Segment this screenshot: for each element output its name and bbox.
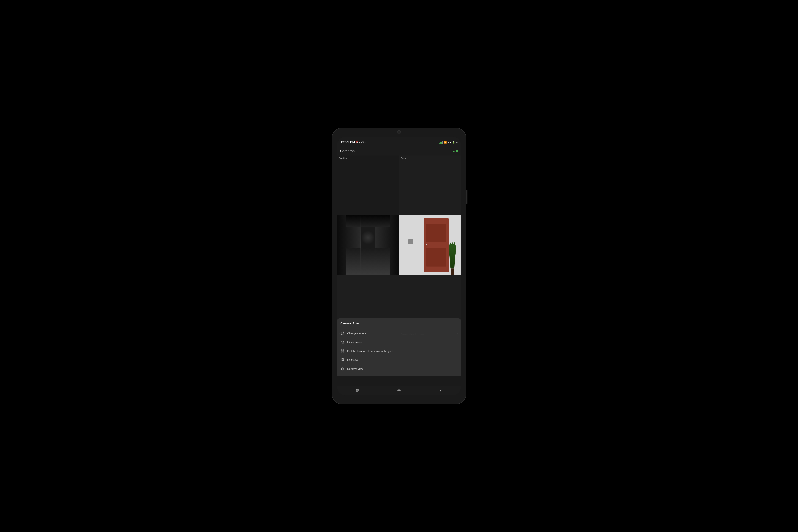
nav-home-button[interactable] <box>395 387 403 394</box>
header-signal-bar-3 <box>456 150 457 152</box>
remove-view-label: Remove view <box>347 367 363 370</box>
signal-bar-3 <box>441 142 442 144</box>
menu-item-left-remove: Remove view <box>341 367 363 370</box>
nav-bar <box>337 386 461 396</box>
feed-face <box>399 155 461 215</box>
door-panel-top <box>426 224 446 242</box>
menu-item-edit-view[interactable]: Edit view › <box>337 355 461 364</box>
feed-corridor <box>337 155 399 215</box>
change-camera-label: Change camera <box>347 332 366 335</box>
app-header: Cameras <box>337 146 461 155</box>
camera-label-face: Face <box>401 157 406 159</box>
door-shape <box>424 218 449 272</box>
signal-bar-4 <box>442 141 443 144</box>
sliders-icon <box>341 358 344 362</box>
battery-icon: 🔋 <box>452 141 455 144</box>
nav-recents-button[interactable] <box>353 387 362 394</box>
phone-device: 12:51 PM ⏰ ◂ WB ··· 📶 ▲▼ 🔋 ✱ <box>331 128 467 404</box>
app-title: Cameras <box>340 149 355 153</box>
wb-icon: WB <box>361 141 364 143</box>
edit-view-label: Edit view <box>347 358 358 361</box>
nav-back-button[interactable] <box>436 387 445 394</box>
bluetooth-icon: ✱ <box>456 141 457 143</box>
menu-item-left-change: Change camera <box>341 331 366 335</box>
camera-cell-corridor[interactable]: Corridor <box>337 155 399 215</box>
camera-grid: Corridor Face <box>337 155 461 386</box>
svg-rect-17 <box>358 391 359 392</box>
nav-icon: ◂ <box>359 141 360 143</box>
svg-marker-20 <box>440 390 441 392</box>
trash-icon <box>341 367 344 370</box>
svg-rect-16 <box>357 391 358 392</box>
menu-item-hide-camera[interactable]: Hide camera <box>337 338 461 346</box>
camera-cell-door[interactable] <box>399 215 461 275</box>
chevron-remove-view: › <box>457 367 457 370</box>
svg-rect-14 <box>357 390 358 391</box>
signal-bar-2 <box>440 142 441 144</box>
alarm-icon: ⏰ <box>356 141 359 144</box>
phone-screen: 12:51 PM ⏰ ◂ WB ··· 📶 ▲▼ 🔋 ✱ <box>337 136 461 396</box>
menu-item-left-edit-location: Edit the location of cameras in the grid <box>341 349 393 353</box>
wifi-icon: 📶 <box>444 141 447 144</box>
header-signal-bar-2 <box>455 151 455 152</box>
dots-icon: ··· <box>364 141 366 143</box>
signal-bars <box>439 141 443 144</box>
signal-bar-1 <box>439 143 440 144</box>
feed-corridor-view <box>337 215 399 275</box>
svg-rect-1 <box>341 350 342 351</box>
door-handle <box>426 244 427 245</box>
svg-rect-2 <box>343 350 344 351</box>
svg-rect-3 <box>341 351 342 353</box>
menu-item-left-edit-view: Edit view <box>341 358 358 362</box>
menu-title: Camera: Auto <box>337 321 461 328</box>
svg-point-18 <box>398 389 400 392</box>
hide-camera-label: Hide camera <box>347 341 362 344</box>
menu-item-left-hide: Hide camera <box>341 340 362 344</box>
svg-rect-15 <box>358 390 359 391</box>
menu-item-remove-view[interactable]: Remove view › <box>337 364 461 373</box>
chevron-edit-view: › <box>457 358 457 361</box>
svg-point-19 <box>398 390 400 391</box>
switch-icon <box>341 331 344 335</box>
door-panel-bottom <box>426 248 446 267</box>
camera-cell-corridor-feed[interactable] <box>337 215 399 275</box>
status-right: 📶 ▲▼ 🔋 ✱ <box>439 141 457 144</box>
status-left: 12:51 PM ⏰ ◂ WB ··· <box>341 140 366 144</box>
status-time: 12:51 PM <box>341 140 355 144</box>
grid-edit-icon <box>341 349 344 353</box>
header-signal-bar-4 <box>457 150 458 152</box>
header-signal-bar-1 <box>453 151 454 152</box>
camera-cell-face[interactable]: Face <box>399 155 461 215</box>
menu-item-edit-location[interactable]: Edit the location of cameras in the grid… <box>337 346 461 355</box>
side-button <box>467 190 468 204</box>
status-icons: ⏰ ◂ WB ··· <box>356 141 366 144</box>
feed-door <box>399 215 461 275</box>
wifi2-icon: ▲▼ <box>448 141 451 143</box>
menu-item-change-camera[interactable]: Change camera › <box>337 329 461 338</box>
front-camera <box>397 130 401 134</box>
chevron-edit-location: › <box>457 349 457 353</box>
svg-rect-4 <box>343 351 344 353</box>
chevron-change-camera: › <box>457 332 457 335</box>
edit-location-label: Edit the location of cameras in the grid <box>347 349 393 353</box>
eye-off-icon <box>341 340 344 344</box>
header-signal <box>453 150 458 152</box>
status-bar: 12:51 PM ⏰ ◂ WB ··· 📶 ▲▼ 🔋 ✱ <box>337 136 461 146</box>
context-menu: Camera: Auto Change camera <box>337 318 461 376</box>
camera-label-corridor: Corridor <box>339 157 347 159</box>
